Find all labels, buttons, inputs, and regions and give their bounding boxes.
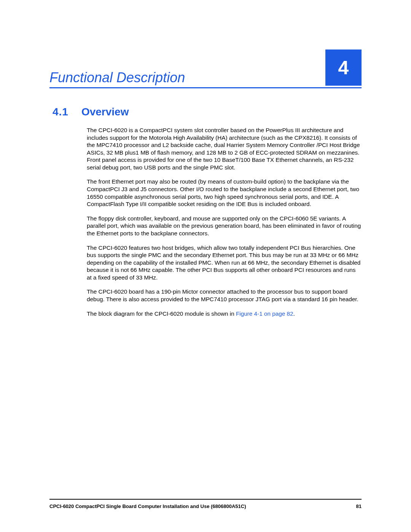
chapter-title: Functional Description [49, 70, 185, 86]
footer-doc-title: CPCI-6020 CompactPCI Single Board Comput… [49, 503, 246, 509]
section-number: 4.1 [53, 106, 68, 118]
paragraph: The block diagram for the CPCI-6020 modu… [87, 310, 362, 318]
paragraph-text: The block diagram for the CPCI-6020 modu… [87, 310, 236, 317]
section-title: Overview [81, 106, 129, 118]
header-rule [49, 87, 362, 88]
footer-page-number: 81 [356, 503, 362, 509]
body-text: The CPCI-6020 is a CompactPCI system slo… [87, 126, 362, 317]
paragraph: The CPCI-6020 board has a 190-pin Mictor… [87, 288, 362, 303]
figure-link[interactable]: Figure 4-1 on page 82 [236, 310, 293, 317]
chapter-header: Functional Description 4 [49, 50, 362, 86]
paragraph: The CPCI-6020 is a CompactPCI system slo… [87, 126, 362, 171]
section-heading: 4.1 Overview [49, 106, 362, 118]
page-footer: CPCI-6020 CompactPCI Single Board Comput… [49, 499, 362, 509]
chapter-number: 4 [338, 57, 349, 79]
paragraph-text: . [293, 310, 295, 317]
paragraph: The front Ethernet port may also be rout… [87, 178, 362, 208]
page: Functional Description 4 4.1 Overview Th… [0, 0, 411, 532]
paragraph: The floppy disk controller, keyboard, an… [87, 215, 362, 237]
paragraph: The CPCI-6020 features two host bridges,… [87, 244, 362, 281]
footer-rule [49, 499, 362, 500]
chapter-number-badge: 4 [325, 50, 362, 86]
